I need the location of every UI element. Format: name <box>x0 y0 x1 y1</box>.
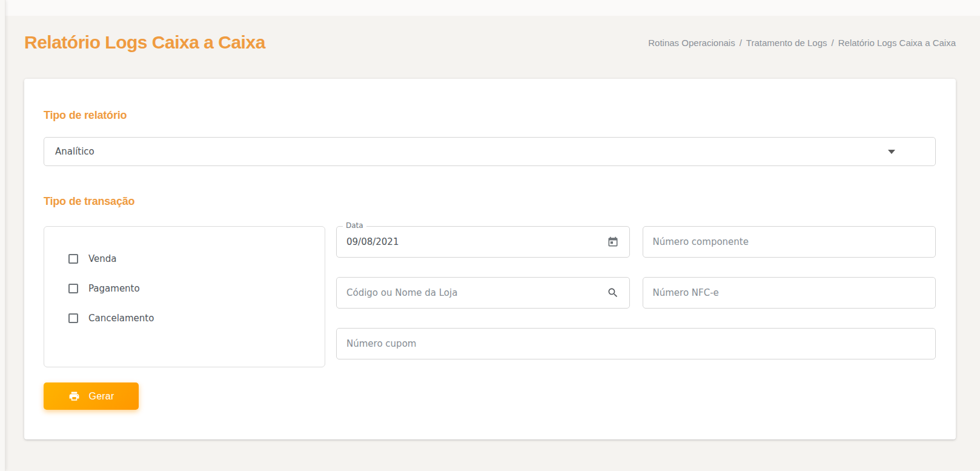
report-form-card: Tipo de relatório Analítico Tipo de tran… <box>24 79 956 439</box>
calendar-icon[interactable] <box>605 234 621 250</box>
nfce-number-input[interactable] <box>653 287 927 298</box>
checkbox-icon[interactable] <box>68 284 78 293</box>
report-type-section-title: Tipo de relatório <box>44 109 936 122</box>
breadcrumb: Rotinas Operacionais / Tratamento de Log… <box>648 38 956 48</box>
store-input[interactable] <box>346 287 605 298</box>
checkbox-cancelamento[interactable]: Cancelamento <box>68 313 154 324</box>
date-field: Data <box>336 226 630 258</box>
date-input[interactable] <box>346 236 605 247</box>
breadcrumb-separator: / <box>740 38 742 48</box>
checkbox-icon[interactable] <box>68 254 78 264</box>
nfce-number-field <box>643 277 936 309</box>
generate-button-label: Gerar <box>89 391 114 402</box>
checkbox-label: Pagamento <box>88 283 140 294</box>
breadcrumb-item-current: Relatório Logs Caixa a Caixa <box>838 38 956 48</box>
breadcrumb-separator: / <box>832 38 834 48</box>
coupon-number-field <box>336 328 936 359</box>
transaction-type-panel: Venda Pagamento Cancelamento <box>44 226 325 367</box>
form-fields-grid: Data <box>336 226 936 359</box>
coupon-number-input[interactable] <box>346 338 927 349</box>
transaction-type-section-title: Tipo de transação <box>44 195 936 208</box>
sidebar-edge <box>0 0 5 471</box>
checkbox-icon[interactable] <box>68 313 78 323</box>
checkbox-label: Venda <box>88 253 117 264</box>
checkbox-label: Cancelamento <box>88 313 154 324</box>
component-number-input[interactable] <box>653 236 927 247</box>
caret-down-icon <box>888 150 895 154</box>
generate-button[interactable]: Gerar <box>44 382 139 410</box>
breadcrumb-item-tratamento-de-logs[interactable]: Tratamento de Logs <box>746 38 827 48</box>
checkbox-pagamento[interactable]: Pagamento <box>68 283 140 294</box>
page-header: Relatório Logs Caixa a Caixa Rotinas Ope… <box>24 29 956 56</box>
report-type-selected-value: Analítico <box>55 146 888 157</box>
page-container: Relatório Logs Caixa a Caixa Rotinas Ope… <box>6 16 980 471</box>
checkbox-venda[interactable]: Venda <box>68 253 117 264</box>
store-field <box>336 277 630 309</box>
page-title: Relatório Logs Caixa a Caixa <box>24 32 265 53</box>
printer-icon <box>68 390 80 402</box>
top-bar <box>0 0 980 16</box>
date-field-label: Data <box>343 221 366 230</box>
component-number-field <box>643 226 936 258</box>
form-area: Venda Pagamento Cancelamento Data <box>44 226 936 367</box>
search-icon[interactable] <box>605 285 621 301</box>
report-type-select[interactable]: Analítico <box>44 137 936 166</box>
breadcrumb-item-rotinas-operacionais[interactable]: Rotinas Operacionais <box>648 38 735 48</box>
